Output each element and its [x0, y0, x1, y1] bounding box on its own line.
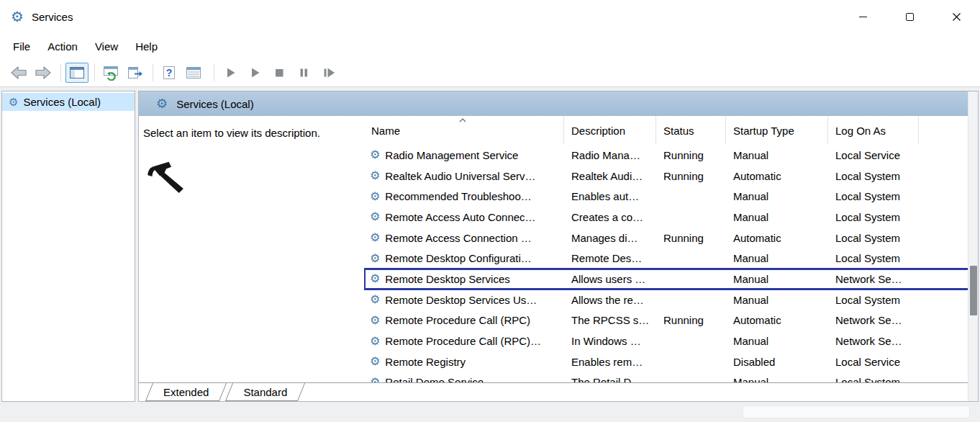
start-service-button[interactable] — [219, 63, 242, 83]
menu-item-file[interactable]: File — [4, 36, 39, 57]
minimize-button[interactable] — [840, 0, 886, 33]
service-log-on-as: Network Se… — [828, 273, 919, 285]
column-header-log-on-as[interactable]: Log On As — [828, 116, 919, 145]
service-log-on-as: Local System — [828, 294, 919, 306]
service-startup-type: Manual — [726, 211, 828, 223]
table-row[interactable]: ⚙Remote Desktop Configurati…Remote Des…M… — [364, 248, 969, 269]
pause-service-button[interactable] — [292, 63, 315, 83]
forward-button[interactable] — [32, 63, 55, 83]
service-log-on-as: Local Service — [828, 356, 919, 368]
stop-service-button[interactable] — [268, 63, 291, 83]
pause-icon — [295, 64, 312, 81]
close-icon — [952, 12, 961, 22]
service-log-on-as: Local System — [828, 190, 919, 202]
column-header-startup-type[interactable]: Startup Type — [726, 116, 828, 145]
export-list-button[interactable] — [124, 63, 147, 83]
service-name: ⚙Remote Procedure Call (RPC) — [364, 314, 564, 326]
gear-icon: ⚙ — [9, 96, 18, 107]
service-name: ⚙Realtek Audio Universal Serv… — [364, 170, 564, 182]
gear-icon: ⚙ — [370, 253, 380, 264]
gear-icon: ⚙ — [156, 97, 168, 110]
back-icon — [9, 64, 28, 81]
column-header-description[interactable]: Description — [564, 116, 656, 145]
start-icon — [222, 64, 239, 81]
forward-icon — [34, 64, 53, 81]
properties-button[interactable] — [182, 63, 205, 83]
table-row-highlighted[interactable]: ⚙Remote Desktop ServicesAllows users …Ma… — [364, 269, 969, 289]
vertical-scrollbar[interactable] — [968, 91, 978, 401]
workspace: ⚙ Services (Local) ⚙ Services (Local) Se… — [0, 87, 980, 422]
close-button[interactable] — [933, 0, 980, 33]
service-name: ⚙Remote Registry — [364, 356, 564, 368]
service-name: ⚙Radio Management Service — [364, 149, 564, 161]
maximize-icon — [906, 13, 914, 21]
service-description: The RPCSS s… — [564, 314, 656, 326]
properties-icon — [185, 65, 202, 81]
service-description: Creates a co… — [564, 211, 656, 223]
services-table: Name Description Status Startup Type Log… — [364, 116, 969, 384]
scrollbar-thumb[interactable] — [970, 266, 977, 315]
back-button[interactable] — [7, 63, 30, 83]
service-name: ⚙Remote Desktop Services Us… — [364, 294, 564, 306]
horizontal-scrollbar[interactable] — [743, 405, 970, 418]
gear-icon: ⚙ — [370, 315, 380, 326]
service-status: Running — [656, 314, 726, 326]
table-row[interactable]: ⚙Remote Access Connection …Manages di…Ru… — [364, 228, 969, 248]
service-description: Allows users … — [564, 273, 656, 285]
tree-item-services-local[interactable]: ⚙ Services (Local) — [2, 93, 135, 111]
service-startup-type: Manual — [726, 190, 828, 202]
service-log-on-as: Network Se… — [828, 335, 919, 347]
service-log-on-as: Local System — [828, 252, 919, 264]
service-status: Running — [656, 149, 726, 161]
hammer-icon — [147, 161, 186, 194]
view-tab-strip: Extended Standard — [139, 382, 978, 401]
restart-service-button[interactable] — [317, 63, 340, 83]
help-icon: ? — [161, 65, 177, 81]
table-row[interactable]: ⚙Recommended Troubleshoo…Enables aut…Man… — [364, 186, 969, 207]
table-row[interactable]: ⚙Realtek Audio Universal Serv…Realtek Au… — [364, 166, 969, 187]
refresh-button[interactable] — [99, 63, 122, 83]
table-row[interactable]: ⚙Radio Management ServiceRadio Mana…Runn… — [364, 145, 969, 166]
minimize-icon — [859, 17, 867, 17]
gear-icon: ⚙ — [370, 149, 380, 161]
gear-icon: ⚙ — [370, 356, 380, 367]
menu-item-action[interactable]: Action — [39, 36, 86, 57]
restart-icon — [319, 64, 337, 81]
toolbar-separator — [60, 64, 61, 81]
tree-item-label: Services (Local) — [23, 96, 101, 108]
gear-icon: ⚙ — [370, 232, 380, 243]
menu-item-view[interactable]: View — [86, 36, 127, 57]
service-log-on-as: Local Service — [828, 149, 919, 161]
table-header: Name Description Status Startup Type Log… — [364, 116, 969, 145]
service-startup-type: Manual — [726, 273, 828, 285]
table-row[interactable]: ⚙Remote Procedure Call (RPC)The RPCSS s…… — [364, 310, 969, 331]
toolbar-separator — [94, 64, 95, 81]
tab-extended[interactable]: Extended — [149, 383, 223, 401]
show-console-tree-button[interactable] — [65, 63, 89, 83]
menu-item-help[interactable]: Help — [127, 36, 166, 57]
service-log-on-as: Network Se… — [828, 314, 919, 326]
tab-standard[interactable]: Standard — [229, 383, 301, 401]
service-name: ⚙Recommended Troubleshoo… — [364, 190, 564, 202]
table-row[interactable]: ⚙Remote Access Auto Connec…Creates a co…… — [364, 207, 969, 228]
results-pane: ⚙ Services (Local) Select an item to vie… — [138, 91, 979, 402]
maximize-button[interactable] — [886, 0, 933, 33]
refresh-icon — [102, 65, 119, 81]
column-header-name[interactable]: Name — [364, 116, 564, 145]
help-button[interactable]: ? — [158, 63, 181, 83]
service-description: Allows the re… — [564, 294, 656, 306]
service-startup-type: Manual — [726, 335, 828, 347]
table-row[interactable]: ⚙Remote RegistryEnables rem…DisabledLoca… — [364, 351, 969, 372]
service-startup-type: Manual — [726, 252, 828, 264]
service-log-on-as: Local System — [828, 232, 919, 244]
table-row[interactable]: ⚙Remote Desktop Services Us…Allows the r… — [364, 289, 969, 310]
resume-service-button[interactable] — [243, 63, 266, 83]
service-name: ⚙Remote Procedure Call (RPC)… — [364, 335, 564, 347]
table-row[interactable]: ⚙Remote Procedure Call (RPC)…In Windows … — [364, 331, 969, 351]
service-startup-type: Automatic — [726, 314, 828, 326]
console-tree-panel: ⚙ Services (Local) — [1, 91, 135, 402]
service-description: Radio Mana… — [564, 149, 656, 161]
resume-icon — [246, 64, 263, 81]
column-header-status[interactable]: Status — [656, 116, 726, 145]
service-startup-type: Manual — [726, 294, 828, 306]
